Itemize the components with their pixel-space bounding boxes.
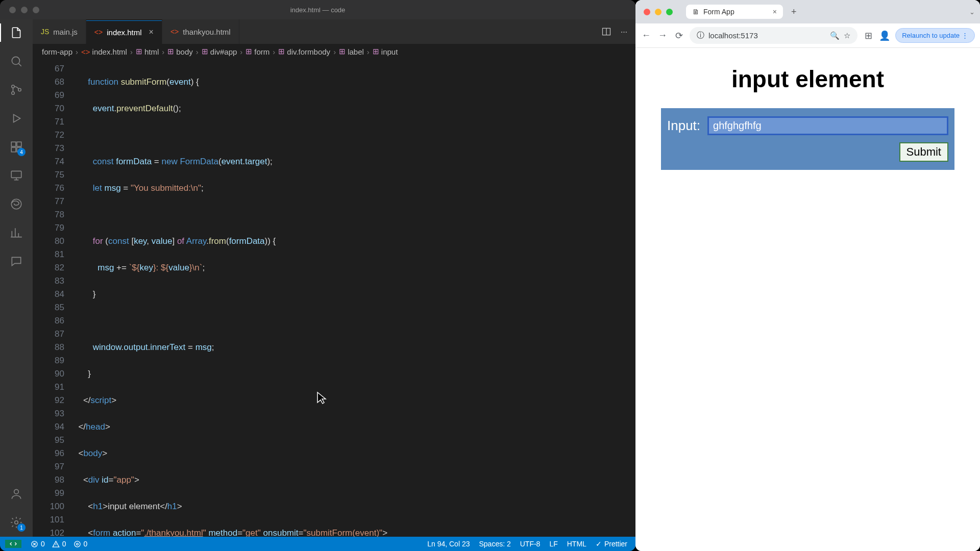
text-input[interactable] bbox=[707, 116, 948, 135]
form-body: Input: Submit bbox=[661, 108, 954, 170]
svg-point-0 bbox=[12, 57, 19, 64]
close-window-icon[interactable] bbox=[644, 9, 650, 15]
status-cursor[interactable]: Ln 94, Col 23 bbox=[427, 540, 470, 548]
html-file-icon: <> bbox=[94, 28, 103, 36]
breadcrumb-item[interactable]: ⊞ html bbox=[136, 47, 159, 56]
tab-title: Form App bbox=[703, 8, 734, 16]
extensions-icon[interactable]: 4 bbox=[9, 140, 23, 154]
extensions-badge: 4 bbox=[17, 148, 26, 156]
breadcrumb-item[interactable]: ⊞ div.formbody bbox=[278, 47, 330, 56]
breadcrumb-item[interactable]: ⊞ input bbox=[373, 47, 398, 56]
submit-button[interactable]: Submit bbox=[899, 142, 948, 162]
svg-rect-8 bbox=[11, 171, 21, 178]
svg-point-2 bbox=[12, 92, 14, 94]
settings-icon[interactable]: 1 bbox=[9, 515, 23, 530]
browser-window: 🗎 Form App × + ⌄ ← → ⟳ ⓘ localhost:5173 … bbox=[635, 0, 980, 551]
close-tab-icon[interactable]: × bbox=[773, 8, 777, 16]
page-favicon: 🗎 bbox=[692, 8, 699, 16]
breadcrumb-item[interactable]: <> index.html bbox=[81, 47, 127, 56]
breadcrumb-item[interactable]: ⊞ label bbox=[339, 47, 364, 56]
window-title: index.html — code bbox=[0, 6, 635, 14]
svg-point-11 bbox=[15, 521, 18, 524]
status-encoding[interactable]: UTF-8 bbox=[520, 540, 541, 548]
chevron-down-icon[interactable]: ⌄ bbox=[969, 8, 975, 16]
remote-explorer-icon[interactable] bbox=[9, 168, 23, 183]
line-gutter: 6768697071727374757677787980818283848586… bbox=[33, 59, 74, 537]
tab-thankyou-html[interactable]: <> thankyou.html bbox=[162, 19, 239, 44]
new-tab-icon[interactable]: + bbox=[788, 7, 800, 17]
chat-icon[interactable] bbox=[9, 254, 23, 268]
status-ports[interactable]: 0 bbox=[74, 540, 88, 548]
input-label: Input: bbox=[667, 118, 700, 134]
status-eol[interactable]: LF bbox=[549, 540, 557, 548]
svg-point-10 bbox=[14, 489, 19, 494]
status-bar: 0 0 0 Ln 94, Col 23 Spaces: 2 UTF-8 LF H… bbox=[0, 537, 635, 551]
breadcrumb[interactable]: form-app› <> index.html› ⊞ html› ⊞ body›… bbox=[33, 44, 635, 59]
code-content[interactable]: function submitForm(event) { event.preve… bbox=[74, 59, 635, 537]
graph-icon[interactable] bbox=[9, 226, 23, 240]
browser-tab[interactable]: 🗎 Form App × bbox=[686, 5, 783, 19]
tab-bar: JS main.js <> index.html × <> thankyou.h… bbox=[33, 19, 635, 44]
profile-icon[interactable]: 👤 bbox=[879, 30, 890, 41]
explorer-icon[interactable] bbox=[9, 26, 23, 40]
activity-bar: 4 1 bbox=[0, 19, 33, 537]
tab-index-html[interactable]: <> index.html × bbox=[86, 19, 162, 44]
breadcrumb-item[interactable]: ⊞ body bbox=[167, 47, 193, 56]
minimize-window-icon[interactable] bbox=[655, 9, 662, 15]
svg-point-15 bbox=[74, 541, 80, 546]
run-debug-icon[interactable] bbox=[9, 111, 23, 126]
svg-point-9 bbox=[11, 199, 21, 209]
settings-badge: 1 bbox=[17, 523, 26, 532]
page-content: input element Input: Submit bbox=[635, 48, 980, 551]
breadcrumb-item[interactable]: form-app bbox=[42, 47, 72, 56]
reload-icon[interactable]: ⟳ bbox=[673, 30, 684, 41]
back-icon[interactable]: ← bbox=[641, 30, 652, 41]
status-warnings[interactable]: 0 bbox=[52, 540, 66, 548]
status-formatter[interactable]: ✓ Prettier bbox=[596, 540, 627, 548]
browser-toolbar: ← → ⟳ ⓘ localhost:5173 🔍 ☆ ⊞ 👤 Relaunch … bbox=[635, 23, 980, 48]
svg-point-1 bbox=[12, 85, 14, 88]
code-editor[interactable]: 6768697071727374757677787980818283848586… bbox=[33, 59, 635, 537]
url: localhost:5173 bbox=[708, 31, 758, 40]
zoom-icon[interactable]: 🔍 bbox=[830, 31, 840, 40]
search-icon[interactable] bbox=[9, 54, 23, 68]
close-tab-icon[interactable]: × bbox=[149, 28, 154, 37]
page-title: input element bbox=[661, 65, 954, 93]
vscode-titlebar: index.html — code bbox=[0, 0, 635, 19]
svg-rect-7 bbox=[17, 142, 21, 146]
status-language[interactable]: HTML bbox=[567, 540, 586, 548]
svg-point-3 bbox=[18, 88, 21, 91]
site-info-icon[interactable]: ⓘ bbox=[697, 31, 704, 40]
account-icon[interactable] bbox=[9, 487, 23, 501]
js-file-icon: JS bbox=[41, 28, 49, 36]
breadcrumb-item[interactable]: ⊞ div#app bbox=[202, 47, 237, 56]
more-actions-icon[interactable]: ⋯ bbox=[621, 28, 627, 36]
html-file-icon: <> bbox=[170, 28, 179, 36]
tab-label: thankyou.html bbox=[183, 28, 230, 36]
svg-point-14 bbox=[76, 543, 78, 545]
remote-indicator[interactable] bbox=[5, 540, 21, 548]
status-errors[interactable]: 0 bbox=[31, 540, 45, 548]
relaunch-button[interactable]: Relaunch to update ⋮ bbox=[895, 28, 975, 43]
install-icon[interactable]: ⊞ bbox=[863, 30, 874, 41]
breadcrumb-item[interactable]: ⊞ form bbox=[246, 47, 270, 56]
address-bar[interactable]: ⓘ localhost:5173 🔍 ☆ bbox=[690, 27, 857, 44]
svg-rect-5 bbox=[11, 147, 16, 152]
maximize-window-icon[interactable] bbox=[666, 9, 673, 15]
status-spaces[interactable]: Spaces: 2 bbox=[479, 540, 510, 548]
edge-icon[interactable] bbox=[9, 197, 23, 211]
browser-titlebar: 🗎 Form App × + ⌄ bbox=[635, 0, 980, 23]
forward-icon[interactable]: → bbox=[657, 30, 668, 41]
svg-rect-4 bbox=[11, 142, 16, 146]
source-control-icon[interactable] bbox=[9, 83, 23, 97]
split-editor-icon[interactable] bbox=[601, 27, 611, 37]
tab-label: main.js bbox=[53, 28, 78, 36]
vscode-window: index.html — code 4 bbox=[0, 0, 635, 551]
tab-label: index.html bbox=[107, 28, 141, 37]
bookmark-icon[interactable]: ☆ bbox=[844, 31, 850, 40]
window-controls bbox=[641, 9, 673, 15]
tab-main-js[interactable]: JS main.js bbox=[33, 19, 86, 44]
